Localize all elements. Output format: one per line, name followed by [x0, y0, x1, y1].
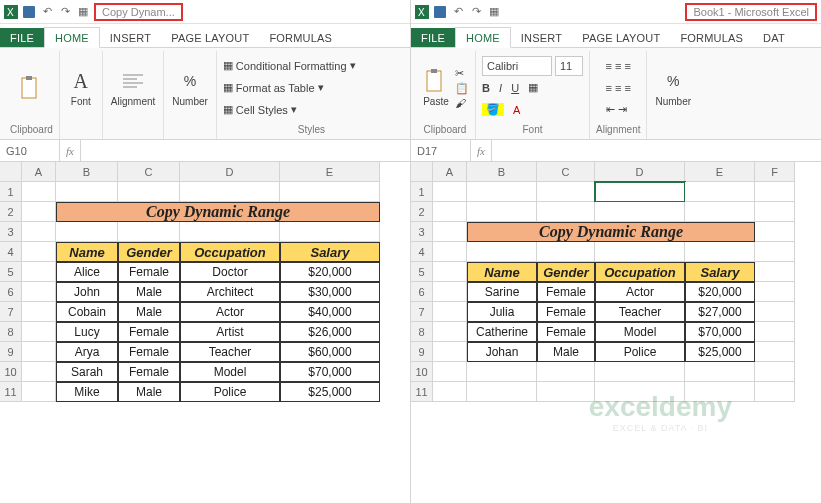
bold-button[interactable]: B — [482, 82, 490, 94]
row-header[interactable]: 5 — [0, 262, 22, 282]
cell[interactable]: $60,000 — [280, 342, 380, 362]
col-header[interactable]: E — [280, 162, 380, 182]
cell[interactable] — [433, 282, 467, 302]
cell[interactable] — [180, 182, 280, 202]
select-all[interactable] — [0, 162, 22, 182]
cell[interactable]: Female — [118, 322, 180, 342]
cell[interactable] — [22, 222, 56, 242]
number-button[interactable]: %Number — [170, 66, 210, 109]
tab-home[interactable]: HOME — [455, 27, 511, 48]
cell[interactable]: Female — [537, 282, 595, 302]
font-name-select[interactable]: Calibri — [482, 56, 552, 76]
tab-data[interactable]: DAT — [753, 28, 795, 47]
tab-file[interactable]: FILE — [0, 28, 44, 47]
italic-button[interactable]: I — [499, 82, 502, 94]
cell[interactable] — [755, 322, 795, 342]
fx-icon[interactable]: fx — [471, 145, 491, 157]
border-button[interactable]: ▦ — [528, 81, 538, 94]
sheet-left[interactable]: ABCDE12Copy Dynamic Range34NameGenderOcc… — [0, 162, 410, 503]
cell[interactable] — [433, 322, 467, 342]
align-left-icon[interactable]: ≡ — [606, 82, 612, 94]
cell[interactable] — [685, 382, 755, 402]
cell[interactable] — [433, 362, 467, 382]
cell[interactable] — [22, 182, 56, 202]
cell[interactable]: Police — [180, 382, 280, 402]
cell[interactable]: Female — [118, 342, 180, 362]
cell[interactable] — [755, 242, 795, 262]
cell[interactable]: Name — [467, 262, 537, 282]
cell[interactable] — [433, 382, 467, 402]
cell[interactable] — [537, 202, 595, 222]
cell-styles-button[interactable]: ▦Cell Styles ▾ — [223, 100, 356, 120]
cell[interactable] — [685, 182, 755, 202]
row-header[interactable]: 8 — [0, 322, 22, 342]
tab-insert[interactable]: INSERT — [100, 28, 161, 47]
number-button[interactable]: %Number — [653, 66, 693, 109]
cell[interactable]: Male — [118, 382, 180, 402]
align-right-icon[interactable]: ≡ — [624, 82, 630, 94]
cell[interactable] — [56, 222, 118, 242]
cell[interactable] — [22, 262, 56, 282]
cell[interactable] — [755, 202, 795, 222]
cell[interactable]: Female — [537, 302, 595, 322]
row-header[interactable]: 6 — [0, 282, 22, 302]
cell[interactable]: Arya — [56, 342, 118, 362]
row-header[interactable]: 3 — [411, 222, 433, 242]
cell[interactable]: $20,000 — [280, 262, 380, 282]
cell[interactable]: Name — [56, 242, 118, 262]
formula-input[interactable] — [491, 140, 821, 161]
cell[interactable]: Teacher — [180, 342, 280, 362]
cell[interactable]: Female — [118, 362, 180, 382]
row-header[interactable]: 2 — [411, 202, 433, 222]
conditional-formatting-button[interactable]: ▦Conditional Formatting ▾ — [223, 56, 356, 76]
tab-page-layout[interactable]: PAGE LAYOUT — [161, 28, 259, 47]
row-header[interactable]: 10 — [0, 362, 22, 382]
cell[interactable] — [467, 202, 537, 222]
row-header[interactable]: 11 — [0, 382, 22, 402]
sheet-right[interactable]: ABCDEF123Copy Dynamic Range45NameGenderO… — [411, 162, 821, 503]
tab-home[interactable]: HOME — [44, 27, 100, 48]
row-header[interactable]: 2 — [0, 202, 22, 222]
cell[interactable]: Salary — [280, 242, 380, 262]
tab-formulas[interactable]: FORMULAS — [670, 28, 753, 47]
cell[interactable] — [433, 202, 467, 222]
cell[interactable]: $25,000 — [685, 342, 755, 362]
cell[interactable] — [22, 342, 56, 362]
cell[interactable] — [595, 382, 685, 402]
col-header[interactable]: C — [537, 162, 595, 182]
cell[interactable]: $70,000 — [280, 362, 380, 382]
col-header[interactable]: F — [755, 162, 795, 182]
cell[interactable]: Alice — [56, 262, 118, 282]
cell[interactable] — [755, 282, 795, 302]
cell[interactable] — [433, 242, 467, 262]
formula-input[interactable] — [80, 140, 410, 161]
redo-icon[interactable]: ↷ — [469, 5, 483, 19]
cell[interactable]: Occupation — [180, 242, 280, 262]
row-header[interactable]: 9 — [411, 342, 433, 362]
name-box[interactable]: D17 — [411, 140, 471, 161]
cell[interactable]: Gender — [118, 242, 180, 262]
select-all[interactable] — [411, 162, 433, 182]
grid-icon[interactable]: ▦ — [487, 5, 501, 19]
cell[interactable]: Lucy — [56, 322, 118, 342]
cell[interactable] — [685, 202, 755, 222]
col-header[interactable]: A — [433, 162, 467, 182]
cell[interactable]: Male — [118, 302, 180, 322]
cell[interactable] — [467, 362, 537, 382]
cell[interactable]: Doctor — [180, 262, 280, 282]
row-header[interactable]: 11 — [411, 382, 433, 402]
cell[interactable] — [755, 302, 795, 322]
row-header[interactable]: 5 — [411, 262, 433, 282]
cell[interactable] — [180, 222, 280, 242]
cell[interactable]: Mike — [56, 382, 118, 402]
col-header[interactable]: A — [22, 162, 56, 182]
cell[interactable] — [22, 302, 56, 322]
undo-icon[interactable]: ↶ — [451, 5, 465, 19]
fx-icon[interactable]: fx — [60, 145, 80, 157]
tab-formulas[interactable]: FORMULAS — [259, 28, 342, 47]
grid-icon[interactable]: ▦ — [76, 5, 90, 19]
cell[interactable] — [433, 182, 467, 202]
cell[interactable] — [755, 222, 795, 242]
row-header[interactable]: 9 — [0, 342, 22, 362]
row-header[interactable]: 3 — [0, 222, 22, 242]
